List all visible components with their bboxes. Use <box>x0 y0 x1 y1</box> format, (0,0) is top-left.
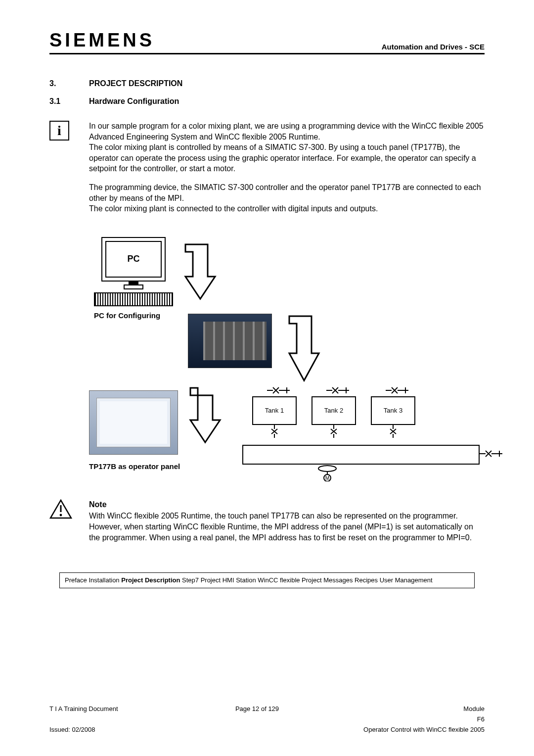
pc-graphic: PC PC for Configuring <box>94 237 173 320</box>
valve-icon <box>480 449 503 459</box>
breadcrumb-item: Preface <box>65 576 87 584</box>
tank-3-label: Tank 3 <box>384 407 402 414</box>
siemens-logo: SIEMENS <box>49 30 155 51</box>
footer-doc-title: T I A Training Document <box>49 705 198 712</box>
hardware-diagram: PC PC for Configuring TP177B as operator… <box>89 237 485 484</box>
valve-icon <box>270 425 278 438</box>
breadcrumb-item: HMI Station <box>222 576 256 584</box>
pc-label: PC for Configuring <box>94 311 173 320</box>
intro-p4: The color mixing plant is connected to t… <box>89 204 378 213</box>
tank-3: Tank 3 <box>371 396 415 425</box>
intro-p2: The color mixing plant is controlled by … <box>89 143 476 173</box>
page-header: SIEMENS Automation and Drives - SCE <box>49 30 485 54</box>
intro-p1: In our sample program for a color mixing… <box>89 122 484 141</box>
intro-text: In our sample program for a color mixing… <box>89 121 485 222</box>
tanks-diagram: Tank 1 Tank 2 Tank 3 M <box>247 390 475 479</box>
section-number: 3. <box>49 79 89 88</box>
tank-2: Tank 2 <box>312 396 356 425</box>
page-footer: T I A Training Document Page 12 of 129 M… <box>49 705 485 736</box>
warning-icon <box>49 499 72 519</box>
intro-p3: The programming device, the SIMATIC S7-3… <box>89 183 481 202</box>
info-icon: i <box>49 121 69 141</box>
tank-1: Tank 1 <box>252 396 297 425</box>
breadcrumb-item: Recipes <box>355 576 378 584</box>
section-headings: 3. PROJECT DESCRIPTION 3.1 Hardware Conf… <box>49 79 485 106</box>
header-subtitle: Automation and Drives - SCE <box>382 43 485 51</box>
subsection-number: 3.1 <box>49 97 89 106</box>
motor-label: M <box>325 475 329 481</box>
breadcrumb-item: Installation <box>89 576 119 584</box>
tank-1-label: Tank 1 <box>265 407 284 414</box>
breadcrumb-item: Messages <box>323 576 353 584</box>
breadcrumb-item: Step7 Project <box>182 576 221 584</box>
note-heading: Note <box>89 499 485 510</box>
footer-module-code: F6 <box>316 715 485 723</box>
note-body: With WinCC flexible 2005 Runtime, the to… <box>89 511 485 543</box>
subsection-title: Hardware Configuration <box>89 97 179 106</box>
note-block: Note With WinCC flexible 2005 Runtime, t… <box>49 499 485 543</box>
valve-icon <box>385 385 409 395</box>
mixing-tank: M <box>242 445 480 465</box>
svg-point-0 <box>318 466 336 472</box>
plc-graphic <box>188 314 272 368</box>
pc-screen-label: PC <box>105 241 162 278</box>
valve-icon <box>266 385 291 395</box>
footer-issued: Issued: 02/2008 <box>49 726 198 733</box>
breadcrumb: Preface Installation Project Description… <box>59 572 475 588</box>
footer-module: Module <box>316 705 485 712</box>
motor-icon: M <box>317 465 337 481</box>
valve-icon <box>389 425 397 438</box>
touch-panel-label: TP177B as operator panel <box>89 462 180 471</box>
tank-2-label: Tank 2 <box>324 407 343 414</box>
arrow-up-icon <box>188 385 222 445</box>
arrow-down-icon <box>287 314 321 383</box>
touch-panel-graphic <box>89 390 178 455</box>
footer-course: Operator Control with WinCC flexible 200… <box>316 726 485 733</box>
footer-page-number: Page 12 of 129 <box>198 705 316 712</box>
arrow-down-icon <box>183 242 218 301</box>
intro-block: i In our sample program for a color mixi… <box>49 121 485 222</box>
section-title: PROJECT DESCRIPTION <box>89 79 182 88</box>
breadcrumb-item: Project Description <box>121 576 180 584</box>
breadcrumb-item: WinCC flexible Project <box>258 576 321 584</box>
valve-icon <box>325 385 350 395</box>
note-text: Note With WinCC flexible 2005 Runtime, t… <box>89 499 485 543</box>
svg-point-3 <box>60 514 62 516</box>
breadcrumb-item: User Management <box>380 576 433 584</box>
valve-icon <box>330 425 338 438</box>
